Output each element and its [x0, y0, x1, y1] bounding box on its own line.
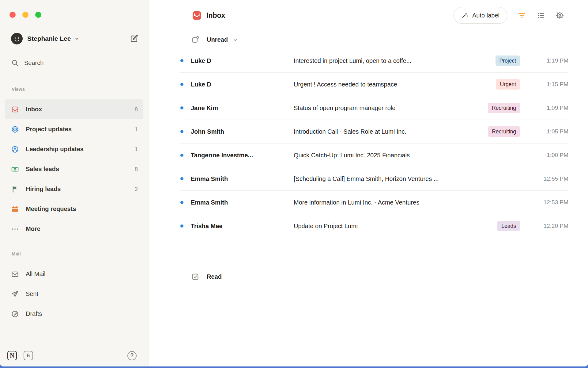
- email-time: 1:05 PM: [534, 128, 568, 135]
- notion-workspace-badge[interactable]: N: [7, 351, 17, 360]
- search-label: Search: [24, 59, 43, 67]
- compose-icon[interactable]: [129, 34, 139, 44]
- email-label-chip: Leads: [497, 221, 520, 231]
- sidebar-item-inbox[interactable]: Inbox 8: [5, 99, 143, 119]
- help-icon[interactable]: ?: [127, 351, 137, 360]
- sidebar-item-label: Sales leads: [26, 166, 59, 173]
- unread-dot-indicator: [180, 83, 183, 86]
- search-button[interactable]: Search: [11, 58, 141, 67]
- magic-wand-icon: [461, 12, 469, 19]
- unread-section-header[interactable]: Unread: [180, 31, 568, 49]
- sidebar-item-sent[interactable]: Sent: [5, 284, 143, 304]
- main-header: Inbox Auto label: [149, 0, 588, 31]
- email-sender: Luke D: [191, 57, 286, 64]
- filter-icon[interactable]: [518, 11, 526, 20]
- list-icon[interactable]: [537, 11, 545, 20]
- email-label-chip: Recruiting: [488, 126, 520, 137]
- sidebar-item-hiring-leads[interactable]: Hiring leads 2: [5, 179, 143, 199]
- profile-name: Stephanie Lee: [27, 35, 71, 42]
- email-time: 1:19 PM: [534, 57, 568, 64]
- email-time: 12:20 PM: [534, 223, 568, 229]
- app-window: Stephanie Lee Search Views: [0, 0, 588, 366]
- mail-section-label: Mail: [12, 251, 141, 258]
- unread-icon: [191, 36, 199, 44]
- unread-rows: Luke D Interested in project Lumi, open …: [180, 49, 568, 238]
- sidebar-item-project-updates[interactable]: Project updates 1: [5, 119, 143, 139]
- sidebar-item-sales-leads[interactable]: Sales leads 8: [5, 159, 143, 179]
- unread-dot-indicator: [180, 59, 183, 62]
- sidebar-item-count: 2: [134, 186, 138, 193]
- email-row[interactable]: Emma Smith More information in Lumi Inc.…: [180, 191, 568, 214]
- email-time: 1:00 PM: [534, 152, 568, 159]
- email-row[interactable]: John Smith Introduction Call - Sales Rol…: [180, 120, 568, 144]
- sidebar-item-more[interactable]: More: [5, 219, 143, 239]
- calendar-icon: [11, 205, 19, 213]
- sidebar-item-count: 8: [134, 106, 138, 113]
- email-sender: John Smith: [191, 128, 286, 135]
- sidebar-item-label: Meeting requests: [26, 205, 76, 213]
- person-circle-icon: [11, 145, 19, 153]
- window-controls: [9, 12, 141, 18]
- sidebar-item-all-mail[interactable]: All Mail: [5, 264, 143, 284]
- search-icon: [11, 59, 19, 67]
- sidebar-item-leadership-updates[interactable]: Leadership updates 1: [5, 139, 143, 159]
- email-label-chip: Recruiting: [488, 103, 520, 113]
- sidebar-item-meeting-requests[interactable]: Meeting requests: [5, 199, 143, 219]
- email-row[interactable]: Trisha Mae Update on Project Lumi Leads …: [180, 214, 568, 238]
- email-time: 12:53 PM: [534, 199, 568, 206]
- email-subject: Update on Project Lumi: [294, 223, 497, 230]
- unread-dot-indicator: [180, 201, 183, 204]
- email-time: 1:09 PM: [534, 105, 568, 111]
- email-row[interactable]: Emma Smith [Scheduling a Call] Emma Smit…: [180, 167, 568, 191]
- views-section-label: Views: [12, 86, 141, 93]
- mail-nav: All Mail Sent Drafts: [5, 264, 143, 324]
- account-switcher[interactable]: Stephanie Lee: [7, 32, 141, 45]
- target-icon: [11, 125, 19, 133]
- email-sender: Tangerine Investme...: [191, 152, 286, 159]
- email-sender: Trisha Mae: [191, 223, 286, 230]
- inbox-app-icon: [192, 11, 202, 20]
- sidebar: Stephanie Lee Search Views: [0, 0, 149, 366]
- chevron-down-icon[interactable]: [232, 37, 238, 43]
- unread-section-label: Unread: [207, 36, 228, 43]
- sidebar-item-label: Hiring leads: [26, 186, 61, 193]
- email-row[interactable]: Jane Kim Status of open program manager …: [180, 96, 568, 120]
- unread-dot-indicator: [180, 224, 183, 228]
- email-row[interactable]: Tangerine Investme... Quick Catch-Up: Lu…: [180, 144, 568, 167]
- sidebar-item-drafts[interactable]: Drafts: [5, 304, 143, 324]
- paper-plane-icon: [11, 290, 19, 298]
- sidebar-item-count: 1: [134, 126, 138, 133]
- gear-icon[interactable]: [556, 11, 564, 20]
- email-row[interactable]: Luke D Interested in project Lumi, open …: [180, 49, 568, 73]
- email-subject: More information in Lumi Inc. - Acme Ven…: [294, 199, 534, 206]
- email-subject: Quick Catch-Up: Lumi Inc. 2025 Financial…: [294, 152, 534, 159]
- read-section-header[interactable]: Read: [180, 266, 568, 288]
- email-sender: Luke D: [191, 81, 286, 88]
- email-row[interactable]: Luke D Urgent ! Access needed to teamspa…: [180, 73, 568, 96]
- page-title: Inbox: [206, 11, 225, 20]
- views-nav: Inbox 8 Project updates 1: [5, 99, 143, 239]
- email-subject: [Scheduling a Call] Emma Smith, Horizon …: [294, 175, 534, 182]
- email-sender: Emma Smith: [191, 175, 286, 182]
- flag-icon: [11, 185, 19, 193]
- count-badge[interactable]: 6: [24, 351, 33, 360]
- email-list: Unread Luke D Interested in project Lumi…: [180, 31, 568, 288]
- main-content: Inbox Auto label: [149, 0, 588, 366]
- close-button[interactable]: [9, 12, 16, 18]
- sidebar-item-label: Drafts: [26, 310, 42, 317]
- zoom-button[interactable]: [35, 12, 41, 18]
- sidebar-footer: N 6 ?: [7, 351, 141, 360]
- minimize-button[interactable]: [22, 12, 28, 18]
- inbox-icon: [11, 105, 19, 113]
- header-actions: Auto label: [454, 7, 564, 24]
- email-subject: Introduction Call - Sales Role at Lumi I…: [294, 128, 488, 135]
- banknote-icon: [11, 165, 19, 173]
- auto-label-button[interactable]: Auto label: [454, 7, 507, 24]
- envelope-icon: [11, 270, 19, 278]
- sidebar-item-label: Leadership updates: [26, 146, 84, 153]
- email-time: 1:15 PM: [534, 81, 568, 88]
- email-label-chip: Project: [496, 56, 520, 66]
- ellipsis-icon: [11, 225, 19, 233]
- sidebar-item-label: Project updates: [26, 126, 72, 133]
- email-subject: Interested in project Lumi, open to a co…: [294, 57, 496, 64]
